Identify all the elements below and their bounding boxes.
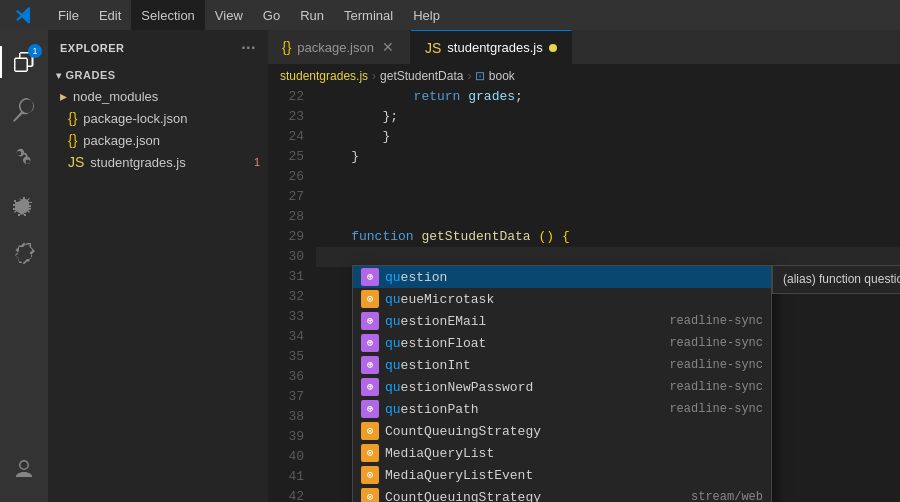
sidebar-header: EXPLORER ··· (48, 30, 268, 65)
menu-selection[interactable]: Selection (131, 0, 204, 30)
autocomplete-item[interactable]: ⊕ questionEMail readline-sync (353, 310, 771, 332)
json-tab-icon: {} (282, 39, 291, 55)
json-icon: {} (68, 132, 77, 148)
tab-close-icon[interactable]: ✕ (380, 39, 396, 55)
code-editor[interactable]: 22 23 24 25 26 27 28 29 30 31 32 33 34 3… (268, 87, 900, 502)
ac-source: readline-sync (649, 358, 763, 372)
activity-debug[interactable] (0, 182, 48, 230)
ac-source: readline-sync (649, 402, 763, 416)
vscode-logo (0, 5, 48, 25)
activity-account[interactable] (0, 446, 48, 494)
activity-explorer[interactable]: 1 (0, 38, 48, 86)
ac-label: questionEMail (385, 314, 649, 329)
autocomplete-item[interactable]: ⊙ MediaQueryListEvent (353, 464, 771, 486)
ac-label: queueMicrotask (385, 292, 763, 307)
detail-text: (alias) function question(query?: any, o… (783, 272, 900, 286)
ac-label: CountQueuingStrategy (385, 490, 671, 503)
autocomplete-dropdown: ⊕ question ⊙ queueMicrotask ⊕ questionEM… (352, 265, 772, 502)
breadcrumb-file: studentgrades.js (280, 69, 368, 83)
ac-label: MediaQueryListEvent (385, 468, 763, 483)
breadcrumb-var: ⊡ book (475, 69, 514, 83)
code-line-active: 💡 let book = qu (316, 247, 900, 267)
sidebar-content: ▾ GRADES ▸ node_modules {} package-lock.… (48, 65, 268, 502)
code-line (316, 207, 900, 227)
folder-name: GRADES (66, 69, 116, 81)
code-line (316, 187, 900, 207)
autocomplete-detail: (alias) function question(query?: any, o… (772, 265, 900, 294)
breadcrumb-function: getStudentData (380, 69, 463, 83)
breadcrumb-sep1: › (372, 69, 376, 83)
ac-label: questionInt (385, 358, 649, 373)
ac-label: MediaQueryList (385, 446, 763, 461)
editor-area: {} package.json ✕ JS studentgrades.js st… (268, 30, 900, 502)
file-label: node_modules (73, 89, 158, 104)
autocomplete-item[interactable]: ⊙ MediaQueryList (353, 442, 771, 464)
sidebar-item-studentgrades[interactable]: JS studentgrades.js 1 (48, 151, 268, 173)
class-icon: ⊙ (361, 290, 379, 308)
code-line: function getStudentData () { (316, 227, 900, 247)
folder-icon: ▸ (60, 88, 67, 104)
class-icon: ⊙ (361, 488, 379, 502)
js-tab-icon: JS (425, 40, 441, 56)
alias-icon: ⊕ (361, 378, 379, 396)
menu-run[interactable]: Run (290, 0, 334, 30)
ac-source: readline-sync (649, 336, 763, 350)
sidebar-item-package-json[interactable]: {} package.json (48, 129, 268, 151)
tab-package-json[interactable]: {} package.json ✕ (268, 30, 411, 64)
alias-icon: ⊕ (361, 400, 379, 418)
alias-icon: ⊕ (361, 334, 379, 352)
js-icon: JS (68, 154, 84, 170)
ac-label: questionFloat (385, 336, 649, 351)
class-icon: ⊙ (361, 444, 379, 462)
ac-source: readline-sync (649, 380, 763, 394)
ac-source: readline-sync (649, 314, 763, 328)
ac-label: questionPath (385, 402, 649, 417)
activity-search[interactable] (0, 86, 48, 134)
menubar: File Edit Selection View Go Run Terminal… (0, 0, 900, 30)
tab-studentgrades[interactable]: JS studentgrades.js (411, 30, 572, 64)
code-line: } (316, 147, 900, 167)
ac-label: questionNewPassword (385, 380, 649, 395)
activity-bar: 1 (0, 30, 48, 502)
sidebar-item-package-lock[interactable]: {} package-lock.json (48, 107, 268, 129)
autocomplete-item[interactable]: ⊕ questionPath readline-sync (353, 398, 771, 420)
tab-label: package.json (297, 40, 374, 55)
modified-dot (549, 44, 557, 52)
alias-icon: ⊕ (361, 356, 379, 374)
autocomplete-item[interactable]: ⊕ questionInt readline-sync (353, 354, 771, 376)
file-label: package-lock.json (83, 111, 187, 126)
sidebar-item-node-modules[interactable]: ▸ node_modules (48, 85, 268, 107)
autocomplete-item[interactable]: ⊙ queueMicrotask (353, 288, 771, 310)
sidebar-actions: ··· (241, 39, 256, 57)
menu-edit[interactable]: Edit (89, 0, 131, 30)
breadcrumb: studentgrades.js › getStudentData › ⊡ bo… (268, 65, 900, 87)
json-icon: {} (68, 110, 77, 126)
menu-items: File Edit Selection View Go Run Terminal… (48, 0, 450, 30)
alias-icon: ⊕ (361, 268, 379, 286)
activity-extensions[interactable] (0, 230, 48, 278)
explorer-badge: 1 (28, 44, 42, 58)
menu-view[interactable]: View (205, 0, 253, 30)
autocomplete-item[interactable]: ⊕ questionNewPassword readline-sync (353, 376, 771, 398)
autocomplete-item[interactable]: ⊕ question (353, 266, 771, 288)
menu-file[interactable]: File (48, 0, 89, 30)
autocomplete-item[interactable]: ⊕ questionFloat readline-sync (353, 332, 771, 354)
file-label: studentgrades.js (90, 155, 185, 170)
chevron-icon: ▾ (56, 70, 62, 81)
menu-help[interactable]: Help (403, 0, 450, 30)
folder-grades[interactable]: ▾ GRADES (48, 65, 268, 85)
file-label: package.json (83, 133, 160, 148)
autocomplete-item[interactable]: ⊙ CountQueuingStrategy stream/web (353, 486, 771, 502)
alias-icon: ⊕ (361, 312, 379, 330)
activity-source-control[interactable] (0, 134, 48, 182)
sidebar: EXPLORER ··· ▾ GRADES ▸ node_modules {} … (48, 30, 268, 502)
menu-go[interactable]: Go (253, 0, 290, 30)
class-icon: ⊙ (361, 466, 379, 484)
line-numbers: 22 23 24 25 26 27 28 29 30 31 32 33 34 3… (268, 87, 316, 502)
code-line (316, 167, 900, 187)
autocomplete-item[interactable]: ⊙ CountQueuingStrategy (353, 420, 771, 442)
code-line: return grades; (316, 87, 900, 107)
more-actions-icon[interactable]: ··· (241, 39, 256, 57)
menu-terminal[interactable]: Terminal (334, 0, 403, 30)
tab-bar: {} package.json ✕ JS studentgrades.js (268, 30, 900, 65)
